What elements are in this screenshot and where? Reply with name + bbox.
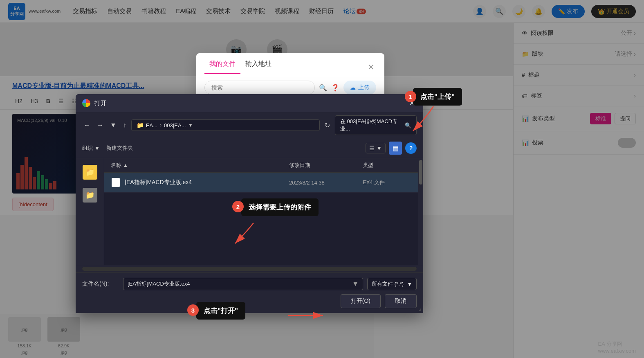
organize-button[interactable]: 组织 ▼ [82,144,100,152]
sidebar-folder-icon-1[interactable]: 📁 [83,165,97,180]
filename-dropdown-icon[interactable]: ▼ [352,280,359,288]
file-list-header: 名称 ▲ 修改日期 类型 [104,158,418,173]
table-row[interactable]: [EA指标]MACD专业版.ex4 2023/8/2 14:38 EX4 文件 [104,173,418,193]
file-list-body: [EA指标]MACD专业版.ex4 2023/8/2 14:38 EX4 文件 [104,173,418,193]
path-root: EA... [146,122,157,128]
filename-row: 文件名(N): [EA指标]MACD专业版.ex4 ▼ 所有文件 (*.*) ▼ [82,278,417,290]
file-list-sidebar: 📁 📁 [76,158,104,265]
path-current: 003[EA... [164,122,186,128]
file-icon [111,178,121,187]
modal-search-icon: 🔍 [319,84,327,92]
modal-close-button[interactable]: ✕ [366,61,376,74]
forward-button[interactable]: → [95,120,105,131]
step3-bubble: 3 [187,304,199,316]
tab-enter-url[interactable]: 输入地址 [240,60,276,74]
sort-icon: ▲ [123,162,128,168]
filetype-dropdown-icon: ▼ [407,281,412,287]
path-breadcrumb: 📁 EA... › 003[EA... ▼ [131,119,320,131]
scrollbar-thumb [419,160,422,185]
chevron-down-icon: ▼ [94,145,100,151]
modal-search-row: 🔍 ❓ ☁ 上传 [204,81,376,95]
resize-handle[interactable]: ⌟ [419,305,422,311]
file-type: EX4 文件 [363,179,412,186]
path-dropdown-icon[interactable]: ▼ [188,123,193,128]
dialog-search-placeholder: 在 003[EA指标]MACD专业... [340,118,402,133]
dialog-title: 打开 [94,99,107,107]
modal-upload-button[interactable]: ☁ 上传 [343,81,376,95]
modal-search-input[interactable] [204,81,315,95]
view-details-button[interactable]: ☰ ▼ [366,143,386,153]
dialog-titlebar: 打开 ✕ [76,94,423,112]
dialog-action-row: 打开(O) 取消 [82,294,417,308]
sidebar-folder-icon-2[interactable]: 📁 [83,188,97,203]
up-button[interactable]: ↑ [121,120,128,131]
new-folder-button[interactable]: 新建文件夹 [106,144,133,152]
help-button[interactable]: ? [405,142,417,154]
back-button[interactable]: ← [82,120,92,131]
file-date: 2023/8/2 14:38 [289,180,363,186]
filename-text: [EA指标]MACD专业版.ex4 [128,280,349,288]
column-type: 类型 [363,162,412,169]
path-separator: › [160,122,162,128]
chrome-icon [82,99,90,107]
arrow-step3 [286,309,327,322]
filetype-select[interactable]: 所有文件 (*.*) ▼ [367,278,417,290]
dialog-organize-bar: 组织 ▼ 新建文件夹 ☰ ▼ ▤ ? [76,138,423,158]
document-icon [112,178,120,187]
dialog-bottom: 文件名(N): [EA指标]MACD专业版.ex4 ▼ 所有文件 (*.*) ▼… [76,272,423,313]
arrow-step2 [229,221,270,245]
modal-help-icon[interactable]: ❓ [331,84,339,92]
list-view-icon: ☰ [369,145,375,151]
column-name: 名称 ▲ [111,162,289,169]
refresh-button[interactable]: ↻ [323,120,332,131]
filename-input-wrap[interactable]: [EA指标]MACD专业版.ex4 ▼ [123,278,363,290]
file-list-scrollbar[interactable] [418,158,423,265]
arrow-step1 [401,102,450,135]
upload-modal-header: 我的文件 输入地址 ✕ [196,53,384,74]
folder-icon: 📁 [137,122,144,128]
dialog-nav: ← → ▼ ↑ 📁 EA... › 003[EA... ▼ ↻ 在 003[EA… [76,112,423,138]
preview-icon: ▤ [393,144,399,152]
callout-step3: 点击"打开" [196,302,245,320]
file-toolbar-icons: ☰ ▼ ▤ ? [366,142,417,155]
step1-bubble: 1 [405,91,416,102]
step2-bubble: 2 [232,201,244,212]
cloud-upload-icon: ☁ [350,84,356,91]
dialog-open-button[interactable]: 打开(O) [341,294,381,308]
dropdown-button[interactable]: ▼ [108,120,118,131]
preview-button[interactable]: ▤ [389,142,402,155]
filename-label: 文件名(N): [82,280,119,288]
dialog-cancel-button[interactable]: 取消 [385,294,417,308]
tab-my-files[interactable]: 我的文件 [204,60,240,74]
file-name: [EA指标]MACD专业版.ex4 [125,179,289,186]
callout-step2: 选择需要上传的附件 [241,198,319,216]
filetype-text: 所有文件 (*.*) [372,280,404,288]
column-date: 修改日期 [289,162,363,169]
dropdown-arrow-icon: ▼ [376,145,382,151]
